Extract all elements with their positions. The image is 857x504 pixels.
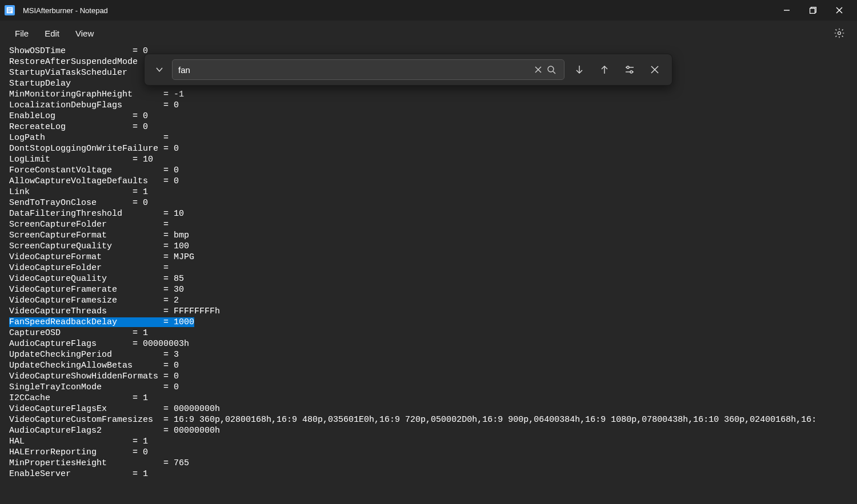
search-icon[interactable]	[544, 63, 558, 76]
clear-input-icon[interactable]	[532, 63, 544, 76]
editor-line: VideoCaptureFramesize = 2	[9, 295, 848, 306]
text-editor[interactable]: ShowOSDTime = 0RestoreAfterSuspendedMode…	[0, 46, 857, 504]
settings-button[interactable]	[828, 22, 850, 44]
editor-line: DontStopLoggingOnWriteFailure = 0	[9, 143, 848, 154]
editor-line: VideoCaptureFlagsEx = 00000000h	[9, 404, 848, 414]
editor-line: ForceConstantVoltage = 0	[9, 165, 848, 176]
editor-line: Link = 1	[9, 187, 848, 197]
find-previous-button[interactable]	[594, 59, 615, 80]
editor-line: ScreenCaptureQuality = 100	[9, 241, 848, 252]
editor-line: LogLimit = 10	[9, 154, 848, 165]
titlebar: MSIAfterburner - Notepad	[0, 0, 857, 21]
find-bar	[144, 54, 672, 86]
svg-line-13	[553, 71, 555, 74]
menu-file[interactable]: File	[7, 25, 37, 42]
editor-line: EnableServer = 1	[9, 469, 848, 479]
find-next-button[interactable]	[569, 59, 590, 80]
editor-line: AllowCaptureVoltageDefaults = 0	[9, 176, 848, 187]
editor-line: VideoCaptureCustomFramesizes = 16:9 360p…	[9, 414, 848, 425]
window-title: MSIAfterburner - Notepad	[23, 6, 774, 15]
editor-line: VideoCaptureQuality = 85	[9, 273, 848, 284]
editor-line: RecreateLog = 0	[9, 122, 848, 132]
window-controls	[774, 0, 852, 21]
editor-line: UpdateCheckingAllowBetas = 0	[9, 360, 848, 371]
svg-rect-6	[810, 9, 815, 14]
editor-line: HAL = 1	[9, 436, 848, 447]
expand-replace-button[interactable]	[151, 62, 167, 78]
minimize-button[interactable]	[774, 0, 800, 21]
editor-line: I2CCache = 1	[9, 393, 848, 404]
editor-line: LocalizationDebugFlags = 0	[9, 100, 848, 111]
editor-line: VideoCaptureFramerate = 30	[9, 284, 848, 295]
editor-line: VideoCaptureFolder =	[9, 263, 848, 273]
svg-point-19	[630, 71, 632, 73]
editor-line: DataFilteringThreshold = 10	[9, 208, 848, 219]
svg-point-9	[838, 32, 841, 35]
editor-line: AudioCaptureFlags = 00000003h	[9, 338, 848, 349]
editor-line: ScreenCaptureFormat = bmp	[9, 230, 848, 241]
menu-view[interactable]: View	[67, 25, 102, 42]
svg-point-17	[627, 66, 629, 68]
editor-line: HALErrorReporting = 0	[9, 447, 848, 458]
editor-line: LogPath =	[9, 132, 848, 143]
find-input-container	[172, 59, 564, 80]
menubar: File Edit View	[0, 21, 857, 46]
find-options-button[interactable]	[619, 59, 640, 80]
editor-line: VideoCaptureThreads = FFFFFFFFh	[9, 306, 848, 317]
editor-line: MinPropertiesHeight = 765	[9, 458, 848, 469]
close-find-button[interactable]	[644, 59, 665, 80]
maximize-button[interactable]	[800, 0, 826, 21]
editor-line: ScreenCaptureFolder =	[9, 219, 848, 230]
editor-line: VideoCaptureShowHiddenFormats = 0	[9, 371, 848, 382]
find-input[interactable]	[178, 65, 532, 75]
close-button[interactable]	[826, 0, 852, 21]
menu-edit[interactable]: Edit	[37, 25, 67, 42]
editor-line: VideoCaptureFormat = MJPG	[9, 252, 848, 263]
editor-line: FanSpeedReadbackDelay = 1000	[9, 317, 848, 328]
editor-line: AudioCaptureFlags2 = 00000000h	[9, 425, 848, 436]
editor-line: UpdateCheckingPeriod = 3	[9, 349, 848, 360]
editor-line: CaptureOSD = 1	[9, 328, 848, 338]
editor-line: EnableLog = 0	[9, 111, 848, 122]
editor-line: SendToTrayOnClose = 0	[9, 197, 848, 208]
svg-point-12	[548, 66, 554, 72]
editor-line: SingleTrayIconMode = 0	[9, 382, 848, 393]
editor-line: MinMonitoringGraphHeight = -1	[9, 89, 848, 100]
notepad-icon	[5, 5, 15, 15]
